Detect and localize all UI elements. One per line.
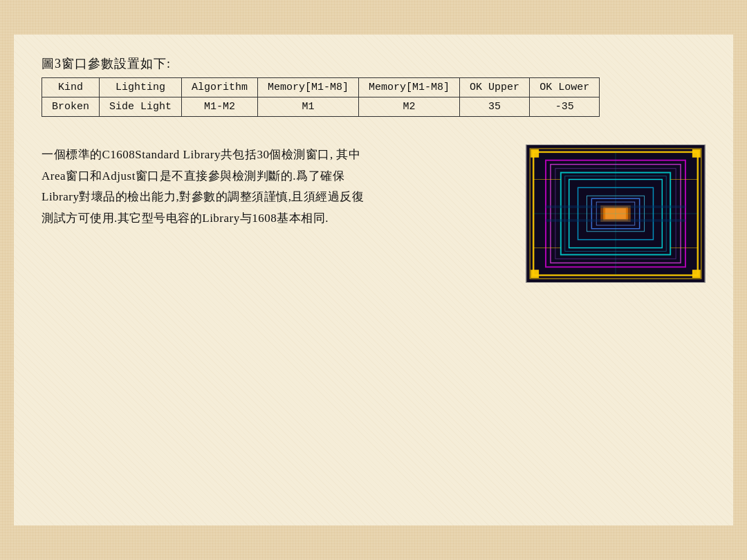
svg-rect-22	[546, 205, 685, 208]
cell-lighting: Side Light	[100, 97, 182, 117]
content-area: 圖3窗口參數設置如下: Kind Lighting Algorithm Memo…	[14, 35, 733, 525]
table-title: 圖3窗口參數設置如下:	[42, 55, 706, 72]
svg-rect-4	[692, 149, 701, 158]
main-wrapper: 圖3窗口參數設置如下: Kind Lighting Algorithm Memo…	[14, 35, 733, 304]
col-lighting: Lighting	[100, 78, 182, 97]
col-ok-upper: OK Upper	[460, 78, 530, 97]
cell-kind: Broken	[42, 97, 100, 117]
chip-visualization	[526, 145, 705, 282]
col-ok-lower: OK Lower	[530, 78, 600, 97]
cell-ok-upper: 35	[460, 97, 530, 117]
cell-memory2: M2	[359, 97, 460, 117]
col-memory-m1m8-2: Memory[M1-M8]	[359, 78, 460, 97]
col-memory-m1m8-1: Memory[M1-M8]	[258, 78, 359, 97]
component-image	[526, 144, 706, 283]
cell-algorithm: M1-M2	[182, 97, 258, 117]
col-algorithm: Algorithm	[182, 78, 258, 97]
description-text: 一個標準的C1608Standard Library共包括30個檢測窗口, 其中…	[42, 144, 505, 229]
svg-rect-6	[692, 270, 701, 278]
cell-memory1: M1	[258, 97, 359, 117]
svg-rect-23	[546, 219, 685, 222]
col-kind: Kind	[42, 78, 100, 97]
cell-ok-lower: -35	[530, 97, 600, 117]
bottom-section: 一個標準的C1608Standard Library共包括30個檢測窗口, 其中…	[42, 144, 706, 283]
params-table: Kind Lighting Algorithm Memory[M1-M8] Me…	[42, 77, 600, 117]
table-row: Broken Side Light M1-M2 M1 M2 35 -35	[42, 97, 600, 117]
svg-rect-5	[531, 270, 539, 278]
svg-rect-3	[531, 149, 539, 158]
table-header-row: Kind Lighting Algorithm Memory[M1-M8] Me…	[42, 78, 600, 97]
